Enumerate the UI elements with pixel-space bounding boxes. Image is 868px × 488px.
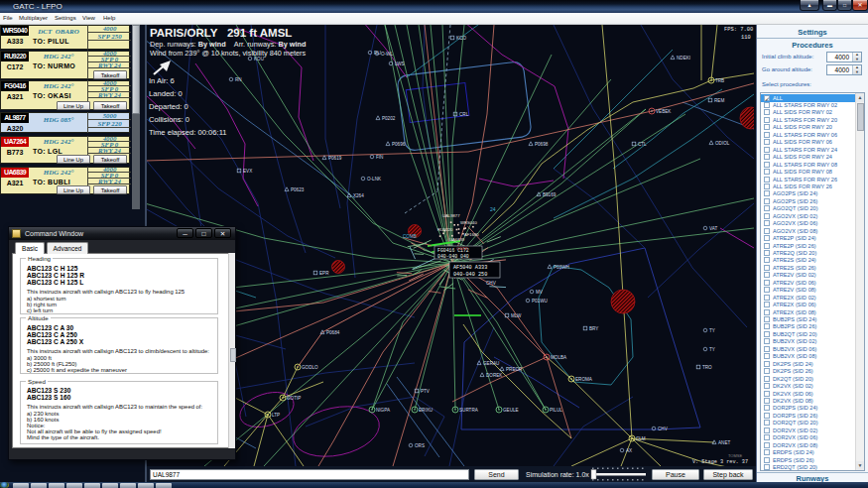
svg-text:EPR: EPR — [319, 271, 329, 276]
svg-text:UAL9877: UAL9877 — [442, 213, 460, 218]
svg-text:CRL: CRL — [459, 112, 469, 117]
svg-text:LTP: LTP — [272, 413, 280, 418]
svg-text:KCO: KCO — [456, 36, 466, 41]
svg-text:In Air: 6: In Air: 6 — [149, 76, 175, 85]
svg-text:BRY: BRY — [589, 326, 598, 331]
svg-text:CHV: CHV — [486, 281, 497, 286]
svg-text:GERAU: GERAU — [483, 361, 499, 366]
svg-text:EROMA: EROMA — [575, 377, 593, 382]
svg-text:P0202: P0202 — [382, 116, 396, 121]
svg-text:PILUL: PILUL — [550, 408, 562, 413]
svg-text:Wind from 239° @ 10 knots, vis: Wind from 239° @ 10 knots, visibility 84… — [150, 49, 306, 58]
svg-text:110: 110 — [741, 35, 751, 41]
svg-text:RN: RN — [235, 77, 242, 82]
svg-text:Dep. runways: By wind Arr.: Dep. runways: By wind Arr. runways: By w… — [150, 40, 306, 49]
svg-text:040-040 250: 040-040 250 — [453, 272, 487, 278]
svg-text:VEBEK: VEBEK — [656, 109, 672, 114]
svg-text:P0698: P0698 — [535, 142, 549, 147]
svg-text:PARIS/ORLY 291 ft AMSL: PARIS/ORLY 291 ft AMSL — [150, 27, 292, 39]
svg-text:RU9220: RU9220 — [437, 227, 453, 232]
svg-text:ODIOL: ODIOL — [715, 141, 730, 146]
svg-text:REM: REM — [714, 98, 724, 103]
svg-text:040-040 040: 040-040 040 — [437, 254, 469, 259]
svg-text:CHV: CHV — [658, 427, 669, 431]
svg-text:P0684: P0684 — [326, 330, 340, 335]
svg-text:COMB: COMB — [403, 234, 417, 239]
svg-text:P0619: P0619 — [328, 156, 342, 161]
svg-text:PREOR: PREOR — [506, 367, 523, 372]
svg-text:CTL: CTL — [638, 142, 647, 147]
svg-text:TY: TY — [709, 328, 715, 333]
svg-text:GOTIP: GOTIP — [287, 396, 301, 401]
svg-text:SURTRA: SURTRA — [459, 408, 479, 413]
svg-text:NIGPA: NIGPA — [376, 408, 391, 413]
svg-text:B9169: B9169 — [543, 192, 557, 197]
svg-text:Time elapsed: 00:06:11: Time elapsed: 00:06:11 — [149, 128, 227, 137]
svg-text:MOLBA: MOLBA — [551, 355, 567, 360]
svg-text:MLW: MLW — [511, 313, 522, 318]
svg-text:TY: TY — [709, 347, 715, 352]
svg-text:WRS040: WRS040 — [460, 220, 477, 225]
svg-text:P0623: P0623 — [291, 187, 305, 192]
svg-text:DOREK: DOREK — [486, 373, 503, 378]
svg-text:FIN: FIN — [376, 155, 383, 160]
svg-text:Departed: 0: Departed: 0 — [149, 102, 188, 111]
svg-text:CLM: CLM — [636, 436, 646, 441]
svg-text:AF1680: AF1680 — [464, 232, 479, 237]
svg-text:TRO: TRO — [702, 365, 712, 370]
svg-text:GODLO: GODLO — [302, 365, 318, 370]
svg-text:FPS: 7.00: FPS: 7.00 — [724, 27, 753, 33]
svg-text:P03WH: P03WH — [554, 265, 569, 270]
svg-text:VAT: VAT — [709, 226, 717, 231]
svg-text:PTV: PTV — [421, 389, 431, 394]
svg-text:LWS: LWS — [395, 61, 405, 66]
svg-text:O-WL: O-WL — [381, 52, 393, 57]
svg-text:TOMSE: TOMSE — [728, 453, 742, 458]
svg-text:P01WU: P01WU — [532, 299, 548, 304]
svg-text:UA6839: UA6839 — [449, 237, 465, 242]
svg-text:AF5040 A333: AF5040 A333 — [453, 265, 487, 271]
svg-text:ANET: ANET — [718, 440, 730, 445]
svg-text:CST2: CST2 — [456, 246, 468, 251]
svg-text:V: Stage 3 rev. 37: V: Stage 3 rev. 37 — [692, 459, 748, 465]
svg-text:AX: AX — [626, 448, 632, 453]
svg-text:EVX: EVX — [243, 169, 252, 174]
svg-text:O-LNK: O-LNK — [367, 177, 382, 182]
svg-text:Collisions: 0: Collisions: 0 — [149, 115, 189, 124]
svg-text:P0696: P0696 — [392, 142, 406, 147]
svg-text:NDEKI: NDEKI — [677, 56, 690, 61]
svg-text:MV: MV — [536, 290, 544, 295]
svg-text:TRB: TRB — [715, 78, 724, 83]
svg-text:GEULE: GEULE — [503, 408, 519, 413]
svg-text:Landed: 0: Landed: 0 — [149, 89, 183, 98]
svg-text:24: 24 — [490, 206, 496, 212]
svg-text:ORS: ORS — [415, 443, 425, 448]
svg-text:ERIXU: ERIXU — [419, 408, 433, 413]
svg-text:X264: X264 — [353, 193, 364, 198]
